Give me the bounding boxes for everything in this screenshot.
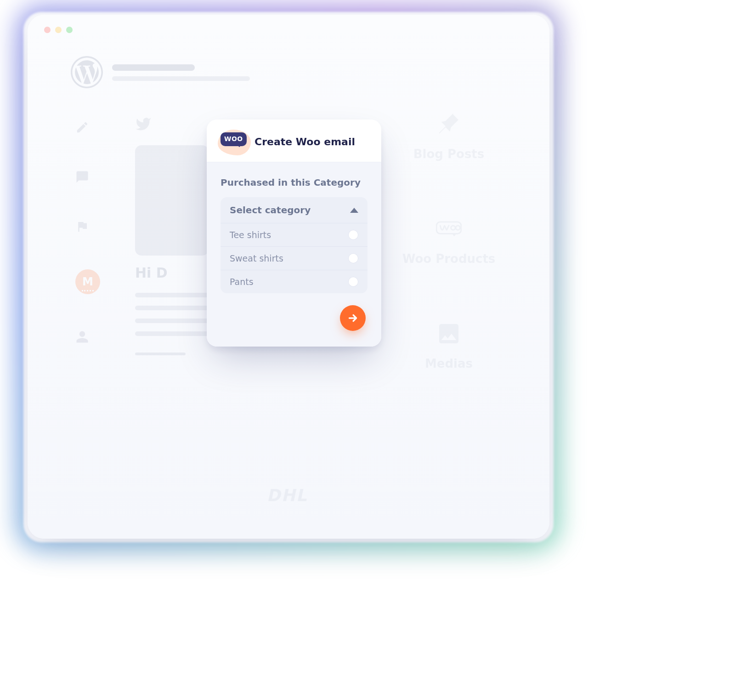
avatar-badge: M	[75, 269, 100, 294]
close-dot-icon	[44, 27, 51, 33]
image-icon	[436, 321, 462, 347]
section-label: Purchased in this Category	[220, 177, 368, 188]
chat-icon	[75, 170, 89, 184]
option-label: Sweat shirts	[230, 253, 283, 263]
palette-item-blog-posts: Blog Posts	[413, 111, 485, 161]
flag-icon	[75, 220, 89, 233]
skeleton-line	[135, 353, 186, 355]
option-label: Pants	[230, 277, 254, 287]
avatar-letter: M	[82, 275, 93, 288]
minimize-dot-icon	[55, 27, 62, 33]
arrow-right-icon	[347, 312, 359, 324]
woo-icon	[436, 216, 462, 242]
skeleton-line	[112, 76, 250, 81]
wordpress-logo-icon	[71, 56, 103, 90]
skeleton-image	[135, 145, 209, 256]
twitter-icon	[135, 116, 152, 132]
palette-item-woo-products: Woo Products	[402, 216, 496, 266]
dropdown-option[interactable]: Sweat shirts	[220, 246, 368, 270]
palette-label: Blog Posts	[413, 147, 485, 161]
dhl-logo: DHL	[266, 486, 311, 505]
fullscreen-dot-icon	[66, 27, 73, 33]
mock-browser-window: M Hi D Blog Posts	[28, 15, 549, 539]
traffic-lights	[44, 27, 73, 33]
palette-label: Woo Products	[402, 252, 496, 266]
dropdown-placeholder: Select category	[230, 205, 311, 216]
pencil-icon	[75, 120, 89, 134]
svg-point-2	[456, 226, 460, 230]
woo-logo-text: WOO	[220, 132, 247, 146]
radio-icon	[348, 277, 358, 287]
option-label: Tee shirts	[230, 230, 271, 240]
woo-logo-icon: WOO	[220, 132, 247, 151]
skeleton-line	[112, 64, 195, 71]
pin-icon	[436, 111, 462, 137]
user-icon	[75, 330, 89, 344]
dropdown-option[interactable]: Pants	[220, 270, 368, 293]
next-button[interactable]	[340, 305, 366, 331]
radio-icon	[348, 253, 358, 263]
dropdown-option[interactable]: Tee shirts	[220, 223, 368, 246]
svg-point-1	[451, 226, 455, 230]
category-dropdown[interactable]: Select category Tee shirts Sweat shirts …	[220, 197, 368, 293]
dropdown-toggle[interactable]: Select category	[220, 197, 368, 223]
caret-up-icon	[350, 208, 358, 213]
palette-item-medias: Medias	[425, 321, 473, 370]
radio-icon	[348, 230, 358, 240]
sidebar-rail: M	[75, 120, 100, 344]
modal-header: WOO Create Woo email	[207, 120, 381, 162]
palette-label: Medias	[425, 357, 473, 370]
modal-title: Create Woo email	[254, 136, 355, 148]
modal-body: Purchased in this Category Select catego…	[207, 162, 381, 347]
create-woo-email-modal: WOO Create Woo email Purchased in this C…	[207, 120, 381, 347]
right-palette: Blog Posts Woo Products Medias	[382, 111, 515, 370]
svg-rect-0	[436, 222, 461, 234]
